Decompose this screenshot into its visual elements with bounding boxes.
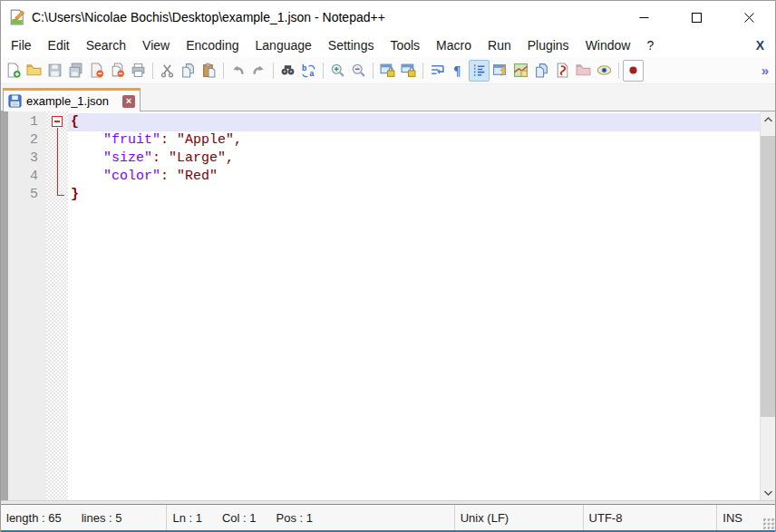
- word-wrap-icon[interactable]: [427, 60, 448, 82]
- save-all-icon[interactable]: [65, 60, 86, 82]
- replace-icon[interactable]: ba: [298, 60, 319, 82]
- menu-item-window[interactable]: Window: [577, 36, 639, 54]
- code-token-brace: }: [71, 187, 79, 202]
- toolbar-overflow-chevron[interactable]: »: [761, 63, 768, 78]
- minimize-button[interactable]: [617, 1, 670, 34]
- paste-icon[interactable]: [199, 60, 219, 82]
- menu-item-view[interactable]: View: [134, 36, 178, 54]
- tab-example-1-json[interactable]: example_1.json ×: [3, 88, 141, 111]
- code-line[interactable]: }: [68, 186, 760, 204]
- code-token-punct: ,: [234, 132, 242, 148]
- close-all-icon[interactable]: [107, 60, 128, 82]
- fold-guide-corner: [57, 195, 64, 196]
- toolbar-separator: [323, 63, 324, 79]
- status-insert-mode[interactable]: INS: [717, 505, 775, 530]
- status-eol-format[interactable]: Unix (LF): [455, 505, 584, 530]
- show-all-characters-icon[interactable]: ¶: [448, 60, 469, 82]
- redo-icon[interactable]: [248, 60, 269, 82]
- record-macro-icon[interactable]: [623, 60, 644, 82]
- function-list-icon[interactable]: [490, 60, 510, 82]
- copy-icon[interactable]: [178, 60, 199, 82]
- editor-left-edge-strip: [1, 111, 8, 500]
- vertical-scrollbar[interactable]: [760, 111, 775, 500]
- sync-vertical-scroll-icon[interactable]: [377, 60, 398, 82]
- code-line[interactable]: "size": "Large",: [68, 150, 760, 168]
- status-encoding-label: UTF-8: [589, 511, 623, 525]
- code-line[interactable]: "color": "Red": [68, 168, 760, 186]
- code-area[interactable]: { "fruit": "Apple", "size": "Large", "co…: [68, 111, 760, 500]
- window-title: C:\Users\Nicolae Bochis\Desktop\example_…: [32, 10, 385, 24]
- status-doc-stats: length : 65 lines : 5: [1, 505, 167, 530]
- code-token-key: "fruit": [103, 132, 160, 148]
- scrollbar-thumb[interactable]: [761, 136, 775, 417]
- status-encoding[interactable]: UTF-8: [584, 505, 718, 530]
- new-file-icon[interactable]: [3, 60, 24, 82]
- toolbar-separator: [373, 63, 373, 79]
- menu-item-settings[interactable]: Settings: [320, 36, 383, 54]
- open-file-icon[interactable]: [24, 60, 44, 82]
- menu-item-search[interactable]: Search: [78, 36, 134, 54]
- code-token-brace: {: [71, 114, 79, 130]
- code-line[interactable]: "fruit": "Apple",: [68, 131, 760, 150]
- file-monitoring-eye-icon[interactable]: [594, 60, 615, 82]
- toolbar: ba ¶ »: [1, 57, 775, 84]
- document-map-icon[interactable]: [510, 60, 531, 82]
- fold-margin: [46, 111, 68, 500]
- code-token-punct: :: [152, 150, 160, 166]
- print-icon[interactable]: [128, 60, 149, 82]
- document-list-icon[interactable]: [531, 60, 552, 82]
- resize-grip[interactable]: [762, 517, 775, 530]
- zoom-out-icon[interactable]: [348, 60, 369, 82]
- menu-item-plugins[interactable]: Plugins: [519, 36, 577, 54]
- status-line-number: Ln : 1: [172, 511, 202, 525]
- scroll-up-arrow-icon[interactable]: [761, 111, 775, 127]
- code-token-ws: [71, 169, 103, 184]
- svg-text:b: b: [302, 63, 306, 73]
- menu-item-run[interactable]: Run: [480, 36, 519, 54]
- code-token-punct: ,: [226, 150, 234, 166]
- menu-item-tools[interactable]: Tools: [382, 36, 428, 54]
- svg-text:¶: ¶: [453, 63, 461, 78]
- notepadpp-window: C:\Users\Nicolae Bochis\Desktop\example_…: [0, 0, 776, 532]
- status-length: length : 65: [6, 511, 62, 525]
- code-token-key: "color": [103, 169, 160, 184]
- menu-item-help[interactable]: ?: [638, 36, 662, 54]
- scroll-down-arrow-icon[interactable]: [761, 485, 775, 500]
- notepadpp-logo-icon: [8, 8, 26, 26]
- close-button[interactable]: [723, 1, 775, 34]
- fold-collapse-icon[interactable]: [52, 116, 63, 127]
- menu-item-language[interactable]: Language: [247, 36, 320, 54]
- maximize-button[interactable]: [670, 1, 723, 34]
- menu-item-file[interactable]: File: [3, 36, 40, 54]
- editor-pane: 12345 { "fruit": "Apple", "size": "Large…: [1, 111, 775, 500]
- save-file-icon[interactable]: [44, 60, 65, 82]
- sync-horizontal-scroll-icon[interactable]: [398, 60, 419, 82]
- menu-item-encoding[interactable]: Encoding: [178, 36, 247, 54]
- macro-script-icon[interactable]: [552, 60, 573, 82]
- code-line[interactable]: {: [68, 113, 760, 131]
- zoom-in-icon[interactable]: [327, 60, 348, 82]
- toolbar-separator: [422, 63, 423, 79]
- line-number[interactable]: 1: [8, 113, 38, 131]
- menu-item-macro[interactable]: Macro: [428, 36, 480, 54]
- scrollbar-track[interactable]: [761, 127, 775, 485]
- fold-guide-line: [57, 128, 58, 195]
- code-token-str: "Red": [177, 169, 218, 184]
- line-number-gutter[interactable]: 12345: [8, 111, 46, 500]
- close-file-icon[interactable]: [86, 60, 107, 82]
- undo-icon[interactable]: [228, 60, 248, 82]
- line-number[interactable]: 5: [8, 186, 38, 204]
- tab-label: example_1.json: [26, 94, 122, 108]
- find-icon[interactable]: [277, 60, 298, 82]
- menu-item-edit[interactable]: Edit: [40, 36, 78, 54]
- show-indent-guide-icon[interactable]: [469, 60, 490, 82]
- line-number[interactable]: 3: [8, 150, 38, 168]
- line-number[interactable]: 4: [8, 168, 38, 186]
- line-number[interactable]: 2: [8, 131, 38, 150]
- tab-close-icon[interactable]: ×: [122, 95, 135, 108]
- menu-close-document-x[interactable]: X: [751, 38, 770, 53]
- code-token-ws: [160, 150, 169, 166]
- folder-workspace-icon[interactable]: [573, 60, 594, 82]
- cut-icon[interactable]: [157, 60, 178, 82]
- title-bar[interactable]: C:\Users\Nicolae Bochis\Desktop\example_…: [1, 1, 775, 34]
